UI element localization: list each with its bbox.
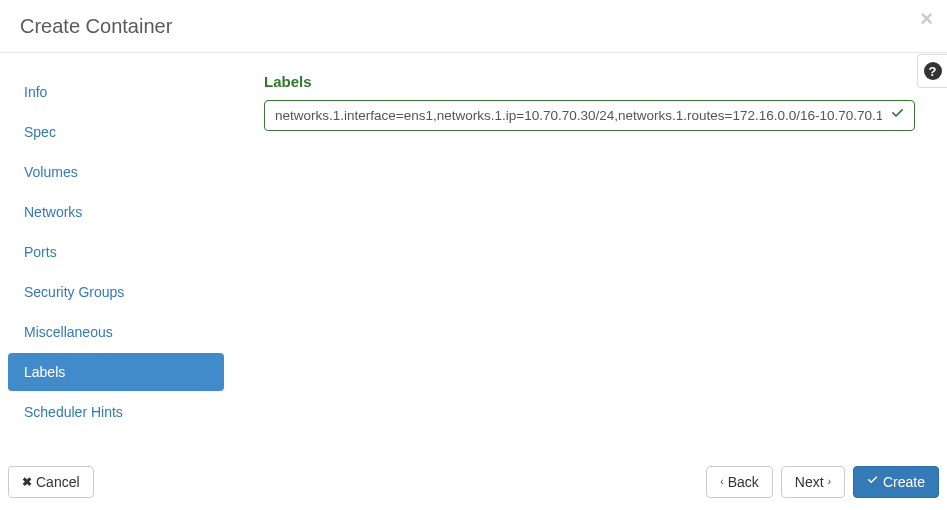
labels-input[interactable] [264, 100, 915, 131]
chevron-right-icon: › [828, 477, 831, 487]
section-title: Labels [264, 73, 915, 90]
sidebar-item-networks[interactable]: Networks [8, 193, 224, 231]
sidebar-item-volumes[interactable]: Volumes [8, 153, 224, 191]
create-button[interactable]: Create [853, 466, 939, 498]
modal-title: Create Container [20, 15, 927, 38]
back-label: Back [728, 474, 759, 490]
modal-footer: ✖ Cancel ‹ Back Next › Create [0, 454, 947, 510]
help-icon: ? [924, 62, 942, 80]
next-label: Next [795, 474, 824, 490]
create-label: Create [883, 474, 925, 490]
close-button[interactable]: × [920, 8, 933, 30]
content-panel: Labels [224, 73, 939, 433]
modal-header: Create Container × [0, 0, 947, 53]
close-icon: × [920, 6, 933, 31]
sidebar-item-spec[interactable]: Spec [8, 113, 224, 151]
sidebar-item-labels[interactable]: Labels [8, 353, 224, 391]
next-button[interactable]: Next › [781, 466, 845, 498]
sidebar-item-scheduler-hints[interactable]: Scheduler Hints [8, 393, 224, 431]
sidebar: Info Spec Volumes Networks Ports Securit… [8, 73, 224, 433]
create-check-icon [867, 475, 879, 490]
modal-body: Info Spec Volumes Networks Ports Securit… [0, 53, 947, 453]
back-button[interactable]: ‹ Back [706, 466, 772, 498]
chevron-left-icon: ‹ [720, 477, 723, 487]
cancel-button[interactable]: ✖ Cancel [8, 466, 94, 498]
cancel-label: Cancel [36, 474, 80, 490]
help-button[interactable]: ? [917, 54, 947, 88]
sidebar-item-miscellaneous[interactable]: Miscellaneous [8, 313, 224, 351]
sidebar-item-ports[interactable]: Ports [8, 233, 224, 271]
cancel-icon: ✖ [22, 475, 32, 489]
sidebar-item-info[interactable]: Info [8, 73, 224, 111]
labels-input-wrapper [264, 100, 915, 131]
sidebar-item-security-groups[interactable]: Security Groups [8, 273, 224, 311]
